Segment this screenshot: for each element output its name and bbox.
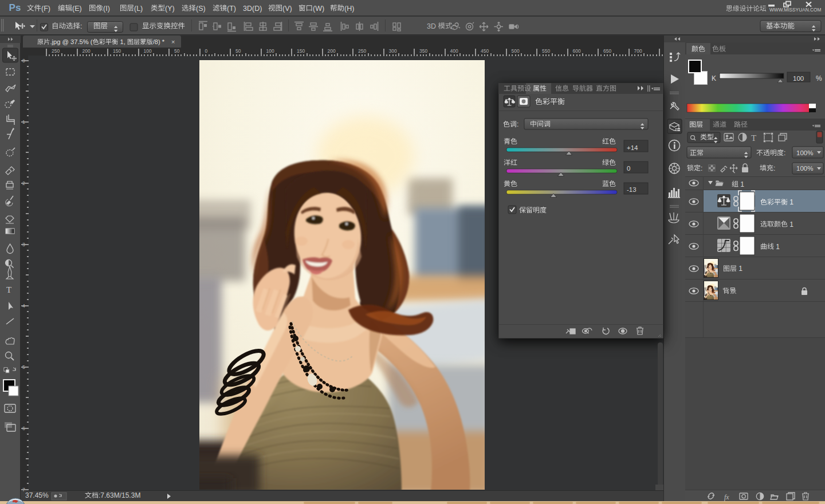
svg-text:T: T [6,285,11,294]
